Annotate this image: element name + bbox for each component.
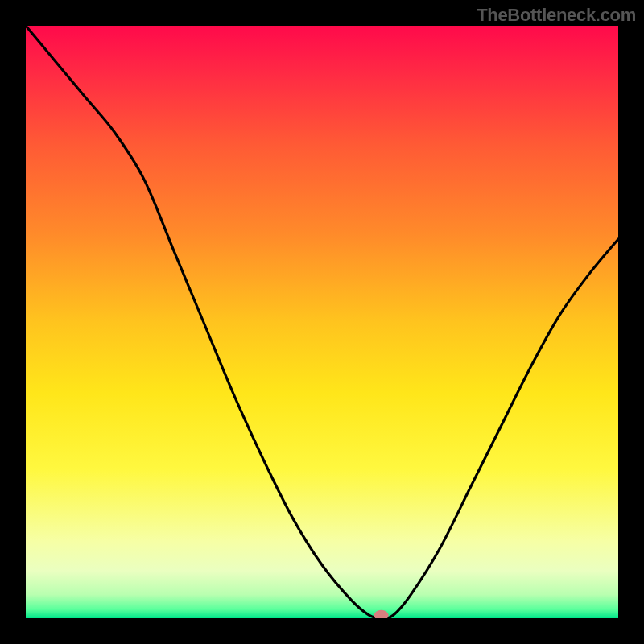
bottleneck-chart: TheBottleneck.com — [0, 0, 644, 644]
plot-area — [26, 26, 618, 618]
gradient-background — [26, 26, 618, 618]
watermark-text: TheBottleneck.com — [477, 5, 636, 26]
plot-svg — [26, 26, 618, 618]
